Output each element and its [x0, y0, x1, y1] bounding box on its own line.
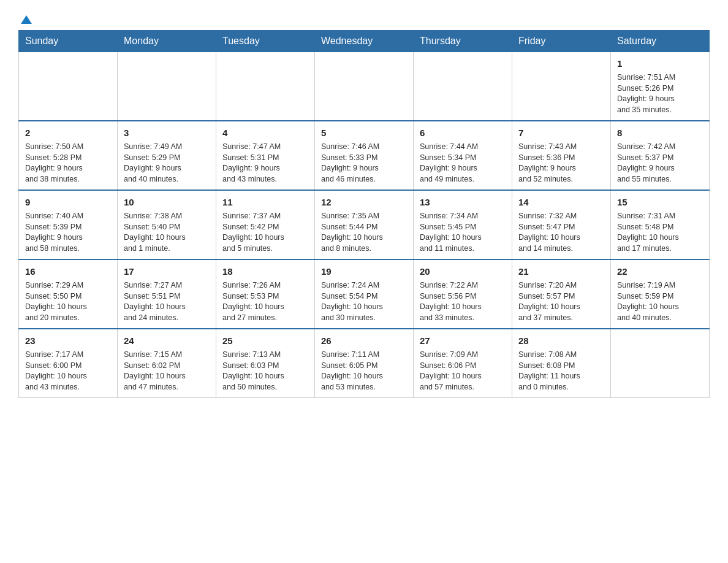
day-info: Sunrise: 7:26 AM: [222, 280, 308, 291]
day-info: Daylight: 9 hours: [222, 163, 308, 174]
day-info: and 24 minutes.: [124, 313, 210, 324]
logo-triangle-icon: [21, 15, 32, 24]
day-info: Sunset: 5:51 PM: [124, 291, 210, 302]
calendar-day-cell: 5Sunrise: 7:46 AMSunset: 5:33 PMDaylight…: [315, 121, 414, 190]
calendar-day-cell: 7Sunrise: 7:43 AMSunset: 5:36 PMDaylight…: [512, 121, 611, 190]
day-info: Sunset: 5:42 PM: [222, 222, 308, 233]
day-info: Sunset: 5:37 PM: [617, 153, 703, 164]
day-info: Sunrise: 7:40 AM: [25, 211, 111, 222]
day-number: 15: [617, 196, 703, 209]
day-info: Sunrise: 7:44 AM: [420, 142, 506, 153]
day-info: Sunrise: 7:19 AM: [617, 280, 703, 291]
day-info: Sunrise: 7:47 AM: [222, 142, 308, 153]
day-info: Daylight: 9 hours: [617, 94, 703, 105]
day-info: and 49 minutes.: [420, 174, 506, 185]
day-info: Sunrise: 7:13 AM: [222, 350, 308, 361]
day-info: Sunrise: 7:29 AM: [25, 280, 111, 291]
calendar-day-cell: 4Sunrise: 7:47 AMSunset: 5:31 PMDaylight…: [216, 121, 315, 190]
day-number: 5: [321, 126, 407, 139]
calendar-week-row: 2Sunrise: 7:50 AMSunset: 5:28 PMDaylight…: [19, 121, 710, 190]
calendar-day-cell: 27Sunrise: 7:09 AMSunset: 6:06 PMDayligh…: [414, 329, 512, 398]
day-info: and 40 minutes.: [617, 313, 703, 324]
day-info: Sunrise: 7:43 AM: [518, 142, 604, 153]
day-info: and 52 minutes.: [518, 174, 604, 185]
day-info: Sunrise: 7:34 AM: [420, 211, 506, 222]
calendar-day-cell: 19Sunrise: 7:24 AMSunset: 5:54 PMDayligh…: [315, 259, 414, 329]
day-info: and 50 minutes.: [222, 382, 308, 393]
calendar-day-cell: [512, 52, 611, 121]
day-info: Sunset: 6:06 PM: [420, 361, 506, 372]
day-info: Sunset: 5:33 PM: [321, 153, 407, 164]
day-info: Sunset: 5:54 PM: [321, 291, 407, 302]
day-info: Sunset: 5:56 PM: [420, 291, 506, 302]
day-info: Sunset: 5:40 PM: [124, 222, 210, 233]
day-info: and 14 minutes.: [518, 243, 604, 255]
day-info: and 55 minutes.: [617, 174, 703, 185]
day-info: Sunrise: 7:31 AM: [617, 211, 703, 222]
day-info: Sunrise: 7:09 AM: [420, 350, 506, 361]
calendar-day-cell: 10Sunrise: 7:38 AMSunset: 5:40 PMDayligh…: [118, 190, 216, 259]
day-info: Sunset: 6:08 PM: [518, 361, 604, 372]
day-info: Daylight: 10 hours: [25, 302, 111, 313]
calendar-week-row: 16Sunrise: 7:29 AMSunset: 5:50 PMDayligh…: [19, 259, 710, 329]
day-info: and 43 minutes.: [25, 382, 111, 393]
day-info: and 33 minutes.: [420, 313, 506, 324]
calendar-week-row: 9Sunrise: 7:40 AMSunset: 5:39 PMDaylight…: [19, 190, 710, 259]
day-info: Daylight: 10 hours: [617, 302, 703, 313]
calendar-day-cell: [315, 52, 414, 121]
day-info: Sunrise: 7:08 AM: [518, 350, 604, 361]
day-info: Daylight: 10 hours: [321, 232, 407, 243]
calendar-day-cell: 24Sunrise: 7:15 AMSunset: 6:02 PMDayligh…: [118, 329, 216, 398]
day-number: 11: [222, 196, 308, 209]
page-header: [18, 12, 710, 24]
day-number: 23: [25, 334, 111, 347]
day-info: Sunrise: 7:15 AM: [124, 350, 210, 361]
day-info: Daylight: 9 hours: [518, 163, 604, 174]
day-info: and 17 minutes.: [617, 243, 703, 255]
day-info: Sunset: 6:05 PM: [321, 361, 407, 372]
day-info: Daylight: 10 hours: [124, 302, 210, 313]
calendar-day-cell: 25Sunrise: 7:13 AMSunset: 6:03 PMDayligh…: [216, 329, 315, 398]
day-info: Daylight: 10 hours: [321, 302, 407, 313]
day-info: Sunset: 6:00 PM: [25, 361, 111, 372]
calendar-day-cell: 20Sunrise: 7:22 AMSunset: 5:56 PMDayligh…: [414, 259, 512, 329]
day-info: Sunset: 5:44 PM: [321, 222, 407, 233]
calendar-day-cell: 8Sunrise: 7:42 AMSunset: 5:37 PMDaylight…: [611, 121, 710, 190]
day-info: Sunrise: 7:38 AM: [124, 211, 210, 222]
day-info: Sunrise: 7:46 AM: [321, 142, 407, 153]
day-info: and 5 minutes.: [222, 243, 308, 255]
day-info: Sunrise: 7:32 AM: [518, 211, 604, 222]
day-number: 14: [518, 196, 604, 209]
day-number: 24: [124, 334, 210, 347]
day-number: 2: [25, 126, 111, 139]
day-info: Daylight: 10 hours: [124, 232, 210, 243]
weekday-header-saturday: Saturday: [611, 31, 710, 52]
day-number: 22: [617, 265, 703, 278]
day-info: Daylight: 10 hours: [222, 232, 308, 243]
day-info: Sunset: 5:29 PM: [124, 153, 210, 164]
day-number: 3: [124, 126, 210, 139]
calendar-day-cell: 26Sunrise: 7:11 AMSunset: 6:05 PMDayligh…: [315, 329, 414, 398]
day-info: Sunset: 5:34 PM: [420, 153, 506, 164]
day-info: Daylight: 10 hours: [321, 371, 407, 382]
day-info: Sunrise: 7:50 AM: [25, 142, 111, 153]
day-info: Sunset: 5:48 PM: [617, 222, 703, 233]
day-info: Daylight: 10 hours: [222, 302, 308, 313]
calendar-day-cell: [118, 52, 216, 121]
day-info: Daylight: 9 hours: [124, 163, 210, 174]
calendar-day-cell: 18Sunrise: 7:26 AMSunset: 5:53 PMDayligh…: [216, 259, 315, 329]
day-info: and 47 minutes.: [124, 382, 210, 393]
calendar-day-cell: [19, 52, 118, 121]
calendar-week-row: 1Sunrise: 7:51 AMSunset: 5:26 PMDaylight…: [19, 52, 710, 121]
day-number: 17: [124, 265, 210, 278]
day-number: 26: [321, 334, 407, 347]
calendar-day-cell: 3Sunrise: 7:49 AMSunset: 5:29 PMDaylight…: [118, 121, 216, 190]
calendar-day-cell: 15Sunrise: 7:31 AMSunset: 5:48 PMDayligh…: [611, 190, 710, 259]
day-info: Sunset: 5:47 PM: [518, 222, 604, 233]
calendar-day-cell: 28Sunrise: 7:08 AMSunset: 6:08 PMDayligh…: [512, 329, 611, 398]
day-info: Sunset: 5:53 PM: [222, 291, 308, 302]
day-info: Daylight: 10 hours: [617, 232, 703, 243]
day-number: 27: [420, 334, 506, 347]
day-info: Sunset: 5:31 PM: [222, 153, 308, 164]
day-number: 7: [518, 126, 604, 139]
